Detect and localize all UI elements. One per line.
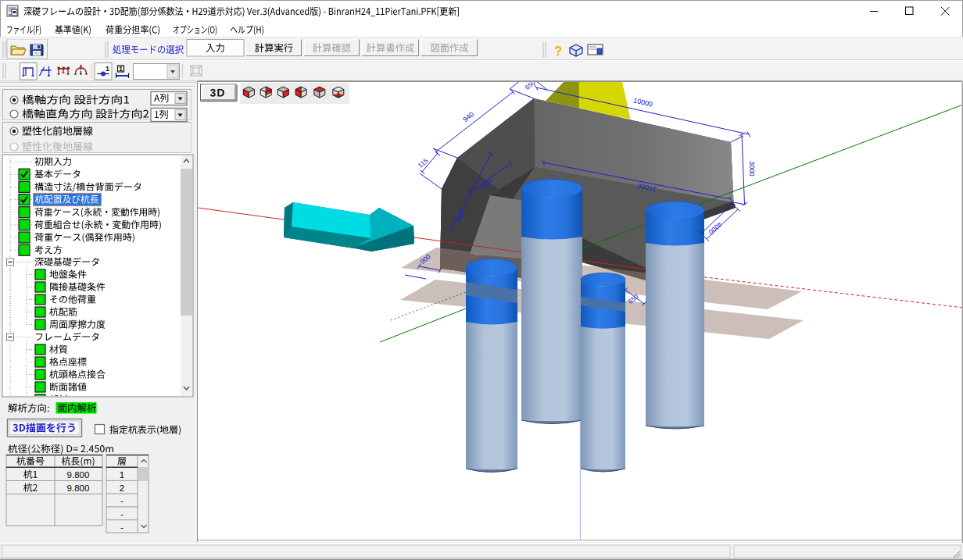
svg-text:1: 1 — [120, 470, 124, 480]
svg-text:-: - — [120, 523, 124, 532]
svg-text:1: 1 — [119, 65, 123, 73]
svg-text:-: - — [120, 509, 124, 519]
svg-text:3000: 3000 — [748, 161, 756, 176]
svg-text:9.800: 9.800 — [67, 470, 90, 480]
svg-text:2: 2 — [120, 483, 124, 493]
svg-text:-: - — [120, 496, 124, 505]
svg-text:1: 1 — [106, 65, 109, 73]
svg-text:9.800: 9.800 — [67, 483, 90, 493]
